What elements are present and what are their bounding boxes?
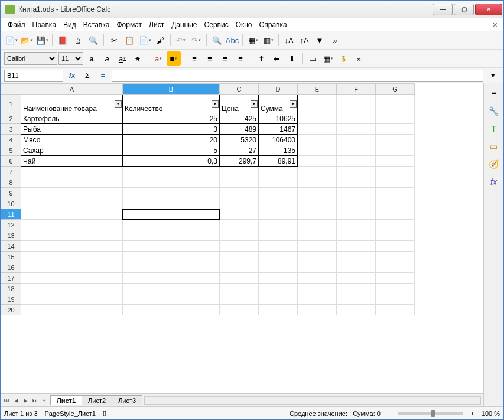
row-header[interactable]: 9 — [1, 188, 21, 198]
cell[interactable] — [123, 220, 220, 230]
cell[interactable] — [220, 167, 259, 177]
cell[interactable] — [123, 273, 220, 284]
row-header[interactable]: 1 — [1, 95, 21, 113]
cell[interactable] — [21, 220, 123, 230]
row-header[interactable]: 13 — [1, 230, 21, 241]
cell[interactable] — [337, 252, 376, 262]
menu-help[interactable]: Справка — [256, 19, 291, 30]
filter-button-icon[interactable]: ▾ — [212, 100, 219, 108]
menu-data[interactable]: Данные — [168, 19, 200, 30]
print-preview-icon[interactable]: 🔍 — [86, 33, 100, 47]
cell[interactable] — [298, 294, 337, 305]
copy-icon[interactable]: 📋 — [122, 33, 136, 47]
cell[interactable] — [259, 284, 298, 294]
cell[interactable]: 27 — [220, 145, 259, 156]
cell[interactable] — [337, 305, 376, 315]
cell[interactable] — [298, 156, 337, 167]
cell[interactable]: 425 — [220, 113, 259, 124]
cell[interactable] — [298, 273, 337, 284]
tab-prev-icon[interactable]: ◀ — [11, 396, 21, 405]
highlight-icon[interactable]: ■▾ — [167, 51, 181, 66]
save-icon[interactable]: 💾▾ — [35, 33, 49, 47]
cell[interactable] — [337, 95, 376, 113]
italic-icon[interactable]: a — [100, 51, 114, 66]
cell[interactable]: 25 — [123, 113, 220, 124]
cell[interactable]: Сумма▾ — [259, 95, 298, 113]
cell[interactable] — [259, 252, 298, 262]
cell[interactable] — [220, 305, 259, 315]
cell[interactable] — [259, 188, 298, 198]
cell[interactable]: 135 — [259, 145, 298, 156]
print-icon[interactable]: 🖨 — [71, 33, 85, 47]
cell[interactable] — [337, 262, 376, 273]
cell[interactable] — [337, 177, 376, 188]
col-header-b[interactable]: B — [123, 84, 220, 95]
cell[interactable]: Мясо — [21, 135, 123, 145]
cell[interactable] — [259, 230, 298, 241]
spellcheck-icon[interactable]: Abc — [225, 33, 239, 47]
cell[interactable] — [259, 273, 298, 284]
cell[interactable] — [337, 113, 376, 124]
cell[interactable] — [337, 284, 376, 294]
col-header-e[interactable]: E — [298, 84, 337, 95]
cell[interactable] — [298, 262, 337, 273]
status-insert-mode[interactable]: ▯ — [103, 409, 106, 417]
cell[interactable] — [220, 220, 259, 230]
cell[interactable] — [259, 209, 298, 220]
sum-icon[interactable]: Σ — [81, 70, 94, 82]
properties-icon[interactable]: 🔧 — [487, 105, 500, 118]
functions-icon[interactable]: fx — [487, 175, 500, 188]
cell[interactable] — [376, 145, 415, 156]
cell[interactable] — [220, 252, 259, 262]
cell[interactable]: 89,91 — [259, 156, 298, 167]
cell[interactable] — [298, 252, 337, 262]
cell[interactable] — [337, 198, 376, 209]
open-icon[interactable]: 📂▾ — [19, 33, 34, 47]
cell[interactable] — [298, 188, 337, 198]
cell[interactable] — [376, 294, 415, 305]
cell[interactable] — [123, 262, 220, 273]
equals-icon[interactable]: = — [96, 70, 109, 82]
tab-last-icon[interactable]: ⏭ — [30, 396, 40, 405]
formula-dropdown-icon[interactable]: ▾ — [486, 69, 500, 83]
cell[interactable] — [123, 177, 220, 188]
format-paintbrush-icon[interactable]: 🖌 — [153, 33, 167, 47]
cell[interactable] — [298, 230, 337, 241]
cell[interactable] — [21, 209, 123, 220]
cell[interactable]: Наименование товара▾ — [21, 95, 123, 113]
col-header-g[interactable]: G — [376, 84, 415, 95]
export-pdf-icon[interactable]: 📕 — [56, 33, 70, 47]
cell[interactable] — [298, 305, 337, 315]
font-color-icon[interactable]: a▾ — [151, 51, 165, 66]
cell[interactable] — [259, 177, 298, 188]
row-header[interactable]: 18 — [1, 284, 21, 294]
cell[interactable] — [259, 198, 298, 209]
close-button[interactable]: ✕ — [475, 4, 502, 15]
sidebar-menu-icon[interactable]: ≡ — [487, 87, 500, 100]
cell[interactable] — [337, 135, 376, 145]
col-header-c[interactable]: C — [220, 84, 259, 95]
cell[interactable] — [298, 145, 337, 156]
cell[interactable] — [220, 177, 259, 188]
row-header[interactable]: 16 — [1, 262, 21, 273]
tab-first-icon[interactable]: ⏮ — [2, 396, 11, 405]
cell[interactable] — [123, 284, 220, 294]
cell[interactable] — [337, 230, 376, 241]
cut-icon[interactable]: ✂ — [107, 33, 121, 47]
cell[interactable]: 299,7 — [220, 156, 259, 167]
cell[interactable] — [298, 113, 337, 124]
cell[interactable] — [220, 284, 259, 294]
cell[interactable] — [220, 241, 259, 252]
row-icon[interactable]: ▦▾ — [246, 33, 260, 47]
merge-cells-icon[interactable]: ▭ — [305, 51, 320, 66]
valign-bottom-icon[interactable]: ⬇ — [285, 51, 299, 66]
cell[interactable] — [21, 262, 123, 273]
cell[interactable] — [376, 156, 415, 167]
row-header[interactable]: 4 — [1, 135, 21, 145]
cell[interactable]: Цена▾ — [220, 95, 259, 113]
undo-icon[interactable]: ↶▾ — [174, 33, 188, 47]
cell[interactable] — [298, 135, 337, 145]
cell[interactable] — [298, 95, 337, 113]
filter-button-icon[interactable]: ▾ — [290, 100, 297, 108]
cell[interactable] — [123, 198, 220, 209]
